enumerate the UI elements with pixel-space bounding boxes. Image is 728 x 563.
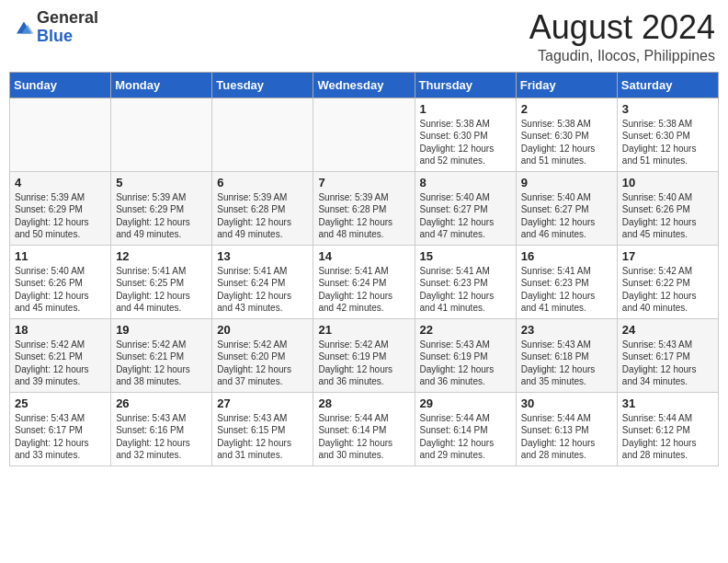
calendar-body: 1Sunrise: 5:38 AM Sunset: 6:30 PM Daylig… (10, 98, 719, 465)
day-info: Sunrise: 5:38 AM Sunset: 6:30 PM Dayligh… (420, 118, 511, 167)
day-info: Sunrise: 5:44 AM Sunset: 6:12 PM Dayligh… (622, 412, 713, 462)
day-info: Sunrise: 5:40 AM Sunset: 6:26 PM Dayligh… (15, 265, 106, 315)
col-wednesday: Wednesday (313, 72, 415, 98)
month-title: August 2024 (529, 9, 715, 46)
calendar-cell: 24Sunrise: 5:43 AM Sunset: 6:17 PM Dayli… (617, 318, 718, 392)
calendar-cell: 31Sunrise: 5:44 AM Sunset: 6:12 PM Dayli… (617, 392, 718, 465)
week-row-5: 25Sunrise: 5:43 AM Sunset: 6:17 PM Dayli… (10, 392, 719, 465)
week-row-1: 1Sunrise: 5:38 AM Sunset: 6:30 PM Daylig… (10, 98, 719, 171)
calendar-cell: 13Sunrise: 5:41 AM Sunset: 6:24 PM Dayli… (212, 245, 313, 318)
calendar-cell (212, 98, 313, 171)
day-number: 24 (622, 323, 713, 337)
day-number: 17 (622, 249, 713, 263)
day-info: Sunrise: 5:44 AM Sunset: 6:14 PM Dayligh… (318, 412, 409, 462)
day-number: 11 (15, 249, 106, 263)
day-info: Sunrise: 5:41 AM Sunset: 6:25 PM Dayligh… (116, 265, 207, 315)
calendar-cell: 16Sunrise: 5:41 AM Sunset: 6:23 PM Dayli… (516, 245, 617, 318)
day-info: Sunrise: 5:43 AM Sunset: 6:15 PM Dayligh… (217, 412, 308, 462)
col-saturday: Saturday (617, 72, 718, 98)
day-info: Sunrise: 5:43 AM Sunset: 6:17 PM Dayligh… (15, 412, 106, 462)
day-number: 27 (217, 396, 308, 410)
day-info: Sunrise: 5:43 AM Sunset: 6:18 PM Dayligh… (521, 339, 612, 388)
week-row-2: 4Sunrise: 5:39 AM Sunset: 6:29 PM Daylig… (10, 171, 719, 245)
calendar-cell: 3Sunrise: 5:38 AM Sunset: 6:30 PM Daylig… (617, 98, 718, 171)
day-info: Sunrise: 5:42 AM Sunset: 6:22 PM Dayligh… (622, 265, 713, 315)
calendar-cell: 15Sunrise: 5:41 AM Sunset: 6:23 PM Dayli… (415, 245, 516, 318)
day-info: Sunrise: 5:40 AM Sunset: 6:27 PM Dayligh… (521, 191, 612, 241)
day-number: 5 (116, 176, 207, 190)
header-row: Sunday Monday Tuesday Wednesday Thursday… (10, 72, 719, 98)
calendar-cell: 6Sunrise: 5:39 AM Sunset: 6:28 PM Daylig… (212, 171, 313, 245)
calendar-cell: 19Sunrise: 5:42 AM Sunset: 6:21 PM Dayli… (111, 318, 212, 392)
calendar-cell: 29Sunrise: 5:44 AM Sunset: 6:14 PM Dayli… (415, 392, 516, 465)
day-info: Sunrise: 5:42 AM Sunset: 6:19 PM Dayligh… (318, 339, 409, 388)
day-info: Sunrise: 5:43 AM Sunset: 6:16 PM Dayligh… (116, 412, 207, 462)
calendar-cell: 20Sunrise: 5:42 AM Sunset: 6:20 PM Dayli… (212, 318, 313, 392)
calendar-cell: 27Sunrise: 5:43 AM Sunset: 6:15 PM Dayli… (212, 392, 313, 465)
day-number: 7 (318, 176, 409, 190)
calendar-cell: 14Sunrise: 5:41 AM Sunset: 6:24 PM Dayli… (313, 245, 415, 318)
col-sunday: Sunday (10, 72, 111, 98)
day-info: Sunrise: 5:44 AM Sunset: 6:14 PM Dayligh… (420, 412, 511, 462)
calendar-cell: 21Sunrise: 5:42 AM Sunset: 6:19 PM Dayli… (313, 318, 415, 392)
day-info: Sunrise: 5:43 AM Sunset: 6:17 PM Dayligh… (622, 339, 713, 388)
day-number: 22 (420, 323, 511, 337)
day-number: 6 (217, 176, 308, 190)
day-number: 12 (116, 249, 207, 263)
col-friday: Friday (516, 72, 617, 98)
calendar-cell: 30Sunrise: 5:44 AM Sunset: 6:13 PM Dayli… (516, 392, 617, 465)
col-thursday: Thursday (415, 72, 516, 98)
calendar-cell: 11Sunrise: 5:40 AM Sunset: 6:26 PM Dayli… (10, 245, 111, 318)
calendar-header: Sunday Monday Tuesday Wednesday Thursday… (10, 72, 719, 98)
day-number: 13 (217, 249, 308, 263)
calendar-cell: 10Sunrise: 5:40 AM Sunset: 6:26 PM Dayli… (617, 171, 718, 245)
calendar-cell: 22Sunrise: 5:43 AM Sunset: 6:19 PM Dayli… (415, 318, 516, 392)
day-info: Sunrise: 5:43 AM Sunset: 6:19 PM Dayligh… (420, 339, 511, 388)
logo-icon (13, 18, 35, 37)
day-info: Sunrise: 5:40 AM Sunset: 6:27 PM Dayligh… (420, 191, 511, 241)
day-number: 2 (521, 102, 612, 116)
day-number: 19 (116, 323, 207, 337)
calendar-cell: 5Sunrise: 5:39 AM Sunset: 6:29 PM Daylig… (111, 171, 212, 245)
calendar-cell (111, 98, 212, 171)
day-info: Sunrise: 5:41 AM Sunset: 6:23 PM Dayligh… (420, 265, 511, 315)
day-number: 1 (420, 102, 511, 116)
day-number: 31 (622, 396, 713, 410)
day-number: 15 (420, 249, 511, 263)
day-number: 16 (521, 249, 612, 263)
calendar-cell: 8Sunrise: 5:40 AM Sunset: 6:27 PM Daylig… (415, 171, 516, 245)
day-number: 30 (521, 396, 612, 410)
day-info: Sunrise: 5:39 AM Sunset: 6:29 PM Dayligh… (15, 191, 106, 241)
calendar-cell: 4Sunrise: 5:39 AM Sunset: 6:29 PM Daylig… (10, 171, 111, 245)
calendar-cell: 18Sunrise: 5:42 AM Sunset: 6:21 PM Dayli… (10, 318, 111, 392)
day-info: Sunrise: 5:42 AM Sunset: 6:21 PM Dayligh… (15, 339, 106, 388)
day-number: 28 (318, 396, 409, 410)
day-info: Sunrise: 5:40 AM Sunset: 6:26 PM Dayligh… (622, 191, 713, 241)
day-number: 23 (521, 323, 612, 337)
col-monday: Monday (111, 72, 212, 98)
day-info: Sunrise: 5:44 AM Sunset: 6:13 PM Dayligh… (521, 412, 612, 462)
calendar-cell: 25Sunrise: 5:43 AM Sunset: 6:17 PM Dayli… (10, 392, 111, 465)
calendar-cell: 17Sunrise: 5:42 AM Sunset: 6:22 PM Dayli… (617, 245, 718, 318)
day-info: Sunrise: 5:39 AM Sunset: 6:28 PM Dayligh… (318, 191, 409, 241)
day-info: Sunrise: 5:39 AM Sunset: 6:29 PM Dayligh… (116, 191, 207, 241)
location-title: Tagudin, Ilocos, Philippines (529, 48, 715, 64)
day-info: Sunrise: 5:38 AM Sunset: 6:30 PM Dayligh… (521, 118, 612, 167)
title-block: August 2024 Tagudin, Ilocos, Philippines (529, 9, 715, 64)
page-header: General Blue August 2024 Tagudin, Ilocos… (9, 9, 719, 64)
day-number: 4 (15, 176, 106, 190)
day-number: 21 (318, 323, 409, 337)
logo-general-text: General (37, 8, 98, 27)
day-number: 8 (420, 176, 511, 190)
calendar-cell: 28Sunrise: 5:44 AM Sunset: 6:14 PM Dayli… (313, 392, 415, 465)
calendar-cell: 1Sunrise: 5:38 AM Sunset: 6:30 PM Daylig… (415, 98, 516, 171)
week-row-4: 18Sunrise: 5:42 AM Sunset: 6:21 PM Dayli… (10, 318, 719, 392)
day-number: 14 (318, 249, 409, 263)
day-info: Sunrise: 5:41 AM Sunset: 6:24 PM Dayligh… (217, 265, 308, 315)
logo: General Blue (13, 9, 98, 46)
day-number: 20 (217, 323, 308, 337)
day-number: 26 (116, 396, 207, 410)
logo-blue-text: Blue (37, 27, 73, 45)
calendar-cell (10, 98, 111, 171)
calendar-table: Sunday Monday Tuesday Wednesday Thursday… (9, 72, 719, 466)
